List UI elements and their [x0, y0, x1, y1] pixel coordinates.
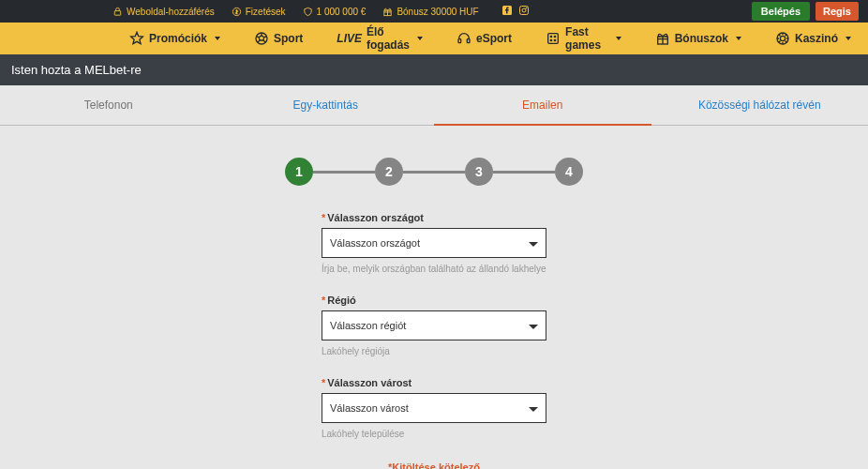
- top-bonus[interactable]: Bónusz 30000 HUF: [382, 7, 478, 17]
- menu-fast[interactable]: Fast games: [529, 23, 638, 54]
- svg-rect-9: [467, 39, 470, 43]
- svg-point-14: [550, 39, 551, 40]
- logo-part2: BET: [48, 0, 86, 3]
- tab-email[interactable]: Emailen: [434, 85, 651, 125]
- city-hint: Lakóhely települése: [322, 429, 546, 439]
- register-button[interactable]: Regis: [816, 2, 859, 21]
- menu-esport-label: eSport: [476, 32, 512, 45]
- menu-promos[interactable]: Promóciók: [112, 23, 237, 54]
- chevron-down-icon: [529, 237, 538, 249]
- region-select-value: Válasszon régiót: [330, 320, 406, 331]
- top-access-label: Weboldal-hozzáférés: [127, 7, 215, 17]
- registration-form: *Válasszon országot Válasszon országot Í…: [322, 212, 546, 439]
- region-hint: Lakóhely régiója: [322, 346, 546, 356]
- svg-point-13: [554, 36, 555, 37]
- svg-rect-10: [548, 34, 559, 44]
- svg-rect-8: [458, 39, 461, 43]
- region-label: *Régió: [322, 295, 546, 306]
- country-hint: Írja be, melyik országban található az á…: [322, 264, 546, 274]
- svg-point-11: [550, 36, 551, 37]
- tab-social[interactable]: Közösségi hálózat révén: [651, 85, 869, 125]
- svg-point-5: [522, 8, 526, 12]
- menu-live[interactable]: LIVE Élő fogadás: [320, 23, 440, 54]
- svg-point-6: [526, 8, 527, 8]
- region-select[interactable]: Válasszon régiót: [322, 310, 546, 340]
- step-2: 2: [375, 158, 403, 186]
- gift-icon: [655, 31, 670, 46]
- mandatory-note: *Kitöltése kötelező: [0, 461, 868, 469]
- shield-icon: [303, 7, 313, 17]
- menu-casino-label: Kaszinó: [795, 32, 838, 45]
- registration-tabs: Telefonon Egy-kattintás Emailen Közösség…: [0, 85, 868, 126]
- top-jackpot[interactable]: 1 000 000 €: [303, 7, 367, 17]
- login-button[interactable]: Belépés: [752, 2, 810, 21]
- country-label: *Válasszon országot: [322, 212, 546, 223]
- top-bar: MELBET Weboldal-hozzáférés Fizetések 1 0…: [0, 0, 868, 23]
- city-select[interactable]: Válasszon várost: [322, 393, 546, 423]
- welcome-banner: Isten hozta a MELbet-re: [0, 54, 868, 85]
- dollar-icon: [232, 7, 242, 17]
- top-jackpot-label: 1 000 000 €: [317, 7, 367, 17]
- tab-oneclick[interactable]: Egy-kattintás: [217, 85, 435, 125]
- facebook-icon[interactable]: [501, 5, 513, 18]
- logo[interactable]: MELBET: [7, 0, 86, 4]
- instagram-icon[interactable]: [518, 5, 530, 18]
- lock-icon: [112, 7, 123, 17]
- step-line: [313, 171, 375, 174]
- step-line: [493, 171, 555, 174]
- step-3: 3: [465, 158, 493, 186]
- country-select-value: Válasszon országot: [330, 237, 420, 249]
- step-4: 4: [555, 158, 583, 186]
- step-line: [403, 171, 465, 174]
- menu-live-text: Élő fogadás: [367, 25, 410, 52]
- svg-point-12: [554, 39, 555, 40]
- chevron-down-icon: [529, 320, 538, 331]
- menu-fast-label: Fast games: [565, 25, 608, 52]
- gift-icon: [382, 7, 393, 17]
- main-menu: Promóciók Sport LIVE Élő fogadás eSport …: [0, 23, 868, 54]
- top-payments-label: Fizetések: [246, 7, 286, 17]
- menu-bonuses-label: Bónuszok: [675, 32, 728, 45]
- top-access[interactable]: Weboldal-hozzáférés: [112, 7, 215, 17]
- menu-casino[interactable]: Kaszinó: [758, 23, 868, 54]
- dice-icon: [546, 31, 561, 46]
- social-links: [501, 5, 530, 18]
- tab-phone[interactable]: Telefonon: [0, 85, 217, 125]
- chip-icon: [775, 31, 790, 46]
- country-select[interactable]: Válasszon országot: [322, 228, 546, 258]
- menu-sport-label: Sport: [274, 32, 303, 45]
- chevron-down-icon: [529, 402, 538, 414]
- step-indicator: 1 2 3 4: [0, 158, 868, 186]
- top-payments[interactable]: Fizetések: [232, 7, 286, 17]
- star-icon: [129, 31, 144, 46]
- ball-icon: [254, 31, 269, 46]
- svg-point-17: [780, 36, 785, 40]
- menu-bonuses[interactable]: Bónuszok: [638, 23, 758, 54]
- step-1: 1: [285, 158, 313, 186]
- city-select-value: Válasszon várost: [330, 402, 409, 414]
- menu-sport[interactable]: Sport: [237, 23, 320, 54]
- logo-part1: MEL: [7, 0, 48, 3]
- svg-rect-0: [114, 10, 120, 15]
- headset-icon: [456, 31, 471, 46]
- menu-esport[interactable]: eSport: [440, 23, 529, 54]
- live-label: LIVE: [337, 32, 362, 45]
- menu-promos-label: Promóciók: [149, 32, 207, 45]
- top-bonus-label: Bónusz 30000 HUF: [397, 7, 478, 17]
- city-label: *Válasszon várost: [322, 377, 546, 388]
